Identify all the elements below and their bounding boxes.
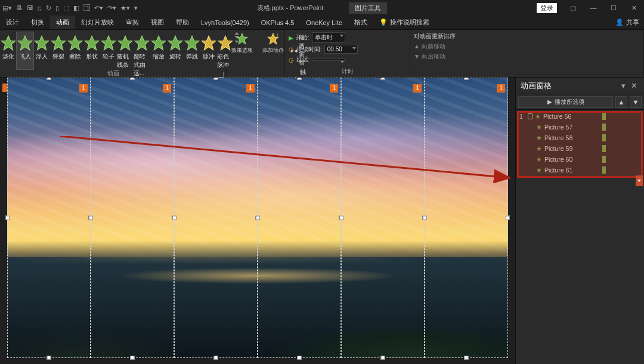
svg-marker-11	[185, 36, 199, 50]
play-selected-button[interactable]: ▶ 播放所选项	[518, 96, 613, 108]
qat-icon[interactable]: ⿹	[83, 4, 90, 11]
move-down-button[interactable]: ▼	[630, 96, 642, 108]
slide-canvas[interactable]: 111111	[0, 78, 515, 364]
svg-marker-1	[18, 36, 32, 50]
tab-审阅[interactable]: 审阅	[120, 16, 145, 29]
animation-item[interactable]: ★Picture 60	[518, 154, 642, 165]
ribbon: 淡化飞入浮入劈裂擦除形状轮子随机线条翻转式由远...缩放旋转弹跳脉冲彩色脉冲 动…	[0, 30, 644, 78]
ribbon-display-options-icon[interactable]: ▢	[563, 0, 583, 16]
tab-OKPlus 4.5[interactable]: OKPlus 4.5	[255, 16, 301, 29]
duration-label: 持续时间:	[296, 45, 322, 54]
qat-icon[interactable]: ◧	[73, 4, 79, 12]
svg-marker-14	[237, 33, 247, 44]
close-icon[interactable]: ✕	[624, 0, 644, 16]
pane-close-icon[interactable]: ✕	[628, 81, 639, 90]
svg-marker-12	[202, 36, 215, 50]
group-label-timing: 计时	[289, 67, 406, 77]
duration-input[interactable]: 00.50	[324, 45, 358, 54]
tab-动画[interactable]: 动画	[50, 16, 75, 29]
svg-marker-6	[101, 36, 115, 50]
svg-marker-8	[135, 36, 148, 50]
qat-icon[interactable]: ⎌	[38, 4, 42, 11]
move-up-button[interactable]: ▲	[615, 96, 627, 108]
animation-effect-缩放[interactable]: 缩放	[150, 32, 167, 69]
tellme-search[interactable]: 💡 操作说明搜索	[373, 16, 435, 29]
item-menu-icon[interactable]	[636, 175, 643, 186]
star-icon: ★	[536, 124, 542, 131]
title-bar: ▤▾ 🖶 🖫 ⎌ ↻ ▯ ⬚ ◧ ⿹ ↶▾ ↷▾ ★▾ ▾ 表格.pptx - …	[0, 0, 644, 16]
tab-LvyhTools(0429)[interactable]: LvyhTools(0429)	[195, 16, 255, 29]
minimize-icon[interactable]: —	[583, 0, 603, 16]
animation-effect-浮入[interactable]: 浮入	[33, 32, 50, 69]
contextual-tab-label: 图片工具	[349, 2, 387, 14]
star-icon: ★	[535, 113, 541, 120]
animation-effect-轮子[interactable]: 轮子	[100, 32, 117, 69]
animation-pane: 动画窗格 ▾ ✕ ▶ 播放所选项 ▲ ▼ 1★Picture 56★Pictur…	[515, 78, 644, 364]
svg-marker-9	[151, 36, 165, 50]
animation-pane-title: 动画窗格	[521, 81, 552, 91]
animation-effect-翻转式由远...[interactable]: 翻转式由远...	[134, 32, 150, 69]
animation-item[interactable]: ★Picture 61	[518, 165, 642, 175]
animation-item[interactable]: ★Picture 57	[518, 122, 642, 132]
qat-icon[interactable]: ▤▾	[2, 4, 12, 12]
tab-切换[interactable]: 切换	[25, 16, 50, 29]
animation-item[interactable]: ★Picture 59	[518, 143, 642, 154]
delay-input[interactable]	[312, 58, 346, 61]
svg-marker-0	[1, 36, 15, 50]
svg-text:+: +	[276, 32, 279, 38]
add-animation-button[interactable]: + 添加动画	[260, 32, 286, 54]
star-icon: ★	[536, 156, 542, 163]
play-icon: ▶	[289, 35, 293, 41]
share-button[interactable]: 共享	[626, 18, 639, 27]
animation-effect-劈裂[interactable]: 劈裂	[50, 32, 67, 69]
clock-icon: ◷	[289, 46, 294, 53]
animation-effect-旋转[interactable]: 旋转	[167, 32, 184, 69]
animation-order-tag[interactable]	[2, 84, 7, 92]
tab-帮助[interactable]: 帮助	[170, 16, 195, 29]
animation-effect-擦除[interactable]: 擦除	[67, 32, 83, 69]
tab-OneKey Lite[interactable]: OneKey Lite	[300, 16, 348, 29]
svg-marker-3	[51, 36, 65, 50]
qat-icon[interactable]: 🖫	[27, 4, 33, 11]
animation-list[interactable]: 1★Picture 56★Picture 57★Picture 58★Pictu…	[516, 110, 644, 364]
lightbulb-icon: 💡	[379, 18, 388, 26]
qat-icon[interactable]: ↻	[46, 4, 51, 12]
pane-options-icon[interactable]: ▾	[618, 81, 628, 90]
move-later-button[interactable]: ▼ 向后移动	[414, 53, 640, 61]
animation-effect-脉冲[interactable]: 脉冲	[200, 32, 217, 69]
start-dropdown[interactable]: 单击时	[312, 32, 345, 43]
dialog-launcher-icon[interactable]	[218, 72, 224, 78]
tab-设计[interactable]: 设计	[0, 16, 25, 29]
svg-marker-7	[118, 36, 132, 50]
qat-icon[interactable]: ★▾	[120, 4, 130, 12]
svg-marker-5	[85, 36, 98, 50]
qat-icon[interactable]: ▾	[134, 4, 138, 12]
svg-marker-4	[68, 36, 82, 50]
qat-icon[interactable]: ▯	[55, 4, 59, 12]
maximize-icon[interactable]: ☐	[603, 0, 624, 16]
tab-视图[interactable]: 视图	[145, 16, 170, 29]
delay-icon: ◶	[289, 57, 294, 63]
tab-格式[interactable]: 格式	[348, 16, 373, 29]
animation-effect-弹跳[interactable]: 弹跳	[184, 32, 200, 69]
qat-icon[interactable]: ⬚	[63, 4, 69, 12]
animation-gallery[interactable]: 淡化飞入浮入劈裂擦除形状轮子随机线条翻转式由远...缩放旋转弹跳脉冲彩色脉冲	[0, 30, 226, 69]
star-icon: ★	[536, 145, 542, 152]
animation-effect-淡化[interactable]: 淡化	[0, 32, 17, 69]
qat-icon[interactable]: ↶▾	[94, 4, 103, 12]
quick-access-toolbar: ▤▾ 🖶 🖫 ⎌ ↻ ▯ ⬚ ◧ ⿹ ↶▾ ↷▾ ★▾ ▾	[0, 4, 138, 12]
qat-icon[interactable]: ↷▾	[107, 4, 116, 12]
animation-item[interactable]: 1★Picture 56	[518, 111, 642, 122]
animation-item[interactable]: ★Picture 58	[518, 132, 642, 143]
animation-effect-飞入[interactable]: 飞入	[17, 32, 33, 69]
move-earlier-button[interactable]: ▲ 向前移动	[414, 42, 640, 51]
slide[interactable]: 111111	[7, 78, 508, 358]
reorder-label: 对动画重新排序	[414, 32, 640, 41]
animation-effect-随机线条[interactable]: 随机线条	[117, 32, 134, 69]
animation-effect-形状[interactable]: 形状	[83, 32, 100, 69]
tab-幻灯片放映[interactable]: 幻灯片放映	[75, 16, 120, 29]
share-icon: 👤	[615, 18, 624, 26]
qat-icon[interactable]: 🖶	[16, 4, 23, 11]
login-button[interactable]: 登录	[537, 3, 557, 13]
ribbon-tabs: 设计切换动画幻灯片放映审阅视图帮助LvyhTools(0429)OKPlus 4…	[0, 16, 644, 30]
